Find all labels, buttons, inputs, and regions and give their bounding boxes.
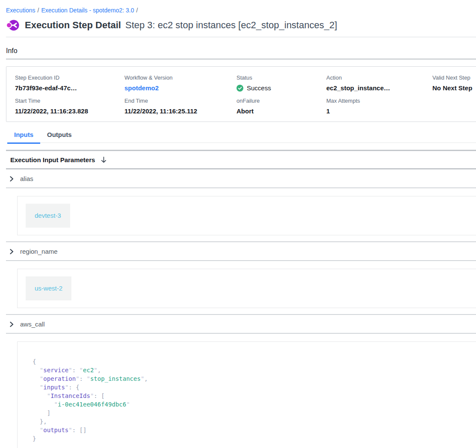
info-divider — [6, 59, 476, 59]
execution-input-parameters-header: Execution Input Parameters — [6, 150, 476, 169]
param-row-region-name[interactable]: region_name — [6, 241, 476, 261]
param-name: aws_call — [20, 320, 45, 328]
field-valid-next-step: Valid Next Step No Next Step — [432, 74, 476, 92]
breadcrumb-link-executions[interactable]: Executions — [6, 7, 35, 14]
page-title: Execution Step Detail Step 3: ec2 stop i… — [25, 20, 337, 31]
title-divider — [6, 37, 476, 37]
param-value-badge: devtest-3 — [26, 204, 70, 228]
chevron-right-icon — [9, 249, 15, 255]
param-value-badge: us-west-2 — [26, 276, 71, 300]
workflow-logo-icon — [6, 19, 19, 31]
field-action: Action ec2_stop_instance… — [326, 74, 432, 92]
field-label: onFailure — [237, 98, 326, 104]
page-title-step: Step 3: ec2 stop instances [ec2_stop_ins… — [125, 20, 337, 31]
parameters-heading-label: Execution Input Parameters — [10, 156, 95, 163]
field-workflow-version: Workflow & Version spotdemo2 — [124, 74, 237, 92]
json-code-block: { "service": "ec2", "operation": "stop_i… — [33, 357, 476, 443]
field-end-time: End Time 11/22/2022, 11:16:25.112 — [124, 98, 237, 115]
chevron-right-icon — [9, 176, 15, 182]
param-row-aws-call[interactable]: aws_call — [6, 314, 476, 334]
info-section-heading: Info — [6, 47, 476, 55]
param-name: region_name — [20, 248, 58, 255]
field-value: 11/22/2022, 11:16:23.828 — [15, 107, 124, 115]
execution-step-detail-page: Executions/Execution Details - spotdemo2… — [0, 0, 476, 448]
arrow-down-icon[interactable] — [100, 156, 107, 163]
tab-bar: Inputs Outputs — [7, 131, 476, 143]
field-status: Status Success — [237, 74, 326, 92]
field-value: ec2_stop_instance… — [326, 84, 432, 92]
field-label: Step Execution ID — [15, 74, 124, 81]
page-title-main: Execution Step Detail — [25, 20, 121, 31]
field-label: Start Time — [15, 98, 124, 104]
breadcrumb: Executions/Execution Details - spotdemo2… — [6, 0, 476, 14]
param-value-box: us-west-2 — [17, 269, 476, 308]
field-value: 11/22/2022, 11:16:25.112 — [124, 107, 237, 115]
field-label: End Time — [124, 98, 237, 104]
param-section-aws-call: aws_call { "service": "ec2", "operation"… — [6, 314, 476, 448]
field-max-attempts: Max Attempts 1 — [326, 98, 432, 115]
param-name: alias — [20, 175, 33, 182]
tab-inputs[interactable]: Inputs — [7, 131, 40, 142]
field-value: 1 — [326, 107, 432, 115]
field-label: Status — [237, 74, 326, 81]
breadcrumb-separator: / — [35, 7, 41, 14]
field-label: Max Attempts — [326, 98, 432, 104]
field-label: Valid Next Step — [432, 74, 476, 81]
status-text: Success — [247, 84, 271, 92]
param-section-region-name: region_name us-west-2 — [6, 241, 476, 308]
field-label: Workflow & Version — [124, 74, 237, 81]
param-section-alias: alias devtest-3 — [6, 169, 476, 235]
field-value: 7b73f93e-edaf-47c… — [15, 84, 124, 92]
field-value: Abort — [237, 107, 326, 115]
step-info-card: Step Execution ID 7b73f93e-edaf-47c… Wor… — [6, 66, 476, 122]
chevron-right-icon — [9, 321, 15, 327]
field-label: Action — [326, 74, 432, 81]
param-value-box: devtest-3 — [17, 196, 476, 235]
field-step-execution-id: Step Execution ID 7b73f93e-edaf-47c… — [15, 74, 124, 92]
workflow-link[interactable]: spotdemo2 — [124, 84, 159, 92]
success-check-icon — [237, 85, 243, 92]
field-value: No Next Step — [432, 84, 476, 92]
field-start-time: Start Time 11/22/2022, 11:16:23.828 — [15, 98, 124, 115]
param-json-box: { "service": "ec2", "operation": "stop_i… — [17, 341, 476, 448]
breadcrumb-link-execution-details[interactable]: Execution Details - spotdemo2: 3.0 — [41, 7, 134, 14]
param-row-alias[interactable]: alias — [6, 169, 476, 188]
page-header: Execution Step Detail Step 3: ec2 stop i… — [6, 19, 476, 31]
status-badge: Success — [237, 84, 326, 92]
tab-outputs[interactable]: Outputs — [40, 131, 79, 142]
field-onfailure: onFailure Abort — [237, 98, 326, 115]
breadcrumb-separator: / — [134, 7, 140, 14]
